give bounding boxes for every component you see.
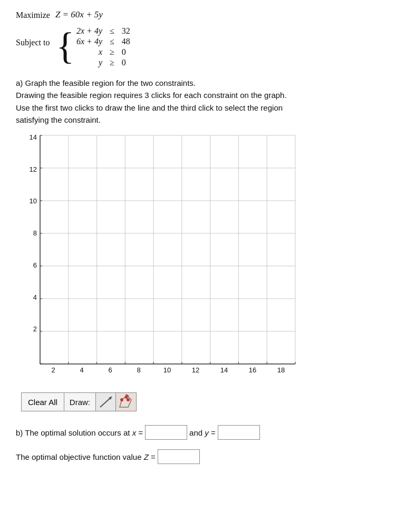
x-label-12: 12	[181, 366, 210, 374]
draw-region-icon	[117, 393, 136, 410]
constraint-4-expr: y	[76, 58, 102, 67]
graph-area[interactable]	[39, 133, 297, 365]
graph-container[interactable]: 14 12 10 8 6 4 2 0 2 4 6 8 10 12 14 16 1…	[21, 133, 301, 386]
and-label: and y =	[189, 428, 216, 437]
x-label-4: 4	[67, 366, 96, 374]
constraint-1-expr: 2x + 4y	[76, 26, 102, 36]
constraint-2-expr: 6x + 4y	[76, 37, 102, 46]
y-label-14: 14	[30, 133, 37, 141]
x-label-6: 6	[96, 366, 124, 374]
problem-header: Maximize Z = 60x + 5y	[16, 9, 390, 20]
maximize-label: Maximize	[16, 9, 50, 20]
y-label-12: 12	[30, 165, 37, 173]
constraints-bracket: { 2x + 4y ≤ 32 6x + 4y ≤ 48 x ≥ 0 y ≥ 0	[56, 24, 130, 67]
constraint-3-ineq: ≥	[110, 47, 114, 57]
x-answer-input[interactable]	[145, 425, 187, 440]
y-answer-input[interactable]	[218, 425, 260, 440]
constraint-4-ineq: ≥	[110, 58, 114, 67]
constraint-2-rhs: 48	[122, 37, 130, 46]
graph-canvas[interactable]	[39, 133, 297, 365]
constraint-1-ineq: ≤	[110, 26, 114, 36]
svg-point-4	[120, 398, 123, 401]
part-b-text: b) The optimal solution occurs at x =	[16, 428, 143, 437]
constraint-1-rhs: 32	[122, 26, 130, 36]
y-label-8: 8	[33, 229, 37, 237]
x-label-8: 8	[124, 366, 153, 374]
y-label-6: 6	[33, 261, 37, 269]
part-b-section: b) The optimal solution occurs at x = an…	[16, 425, 390, 440]
left-brace: {	[56, 24, 74, 67]
x-label-2: 2	[39, 366, 67, 374]
z-answer-input[interactable]	[158, 449, 200, 464]
draw-line-icon-box[interactable]	[96, 393, 116, 411]
x-label-14: 14	[210, 366, 238, 374]
constraint-3-expr: x	[76, 47, 102, 57]
part-c-text: The optimal objective function value Z =	[16, 452, 156, 461]
subject-to-section: Subject to { 2x + 4y ≤ 32 6x + 4y ≤ 48 x…	[16, 24, 390, 67]
instruction-line-4: satisfying the constraint.	[16, 114, 390, 126]
toolbar: Clear All Draw:	[21, 392, 390, 411]
constraint-3-rhs: 0	[122, 47, 130, 57]
instruction-line-2: Drawing the feasible region requires 3 c…	[16, 89, 390, 101]
draw-label: Draw:	[64, 392, 95, 411]
draw-region-icon-box[interactable]	[116, 393, 136, 411]
subject-to-label: Subject to	[16, 24, 50, 47]
clear-all-button[interactable]: Clear All	[21, 392, 64, 411]
draw-line-icon	[98, 395, 114, 409]
instruction-line-3: Use the first two clicks to draw the lin…	[16, 102, 390, 114]
constraint-2-ineq: ≤	[110, 37, 114, 46]
objective-function: Z = 60x + 5y	[55, 9, 103, 20]
x-label-10: 10	[153, 366, 181, 374]
svg-point-5	[127, 398, 130, 401]
draw-icons-container	[95, 392, 137, 411]
x-label-16: 16	[238, 366, 267, 374]
y-axis-labels: 14 12 10 8 6 4 2 0	[21, 133, 39, 365]
y-label-10: 10	[30, 197, 37, 205]
x-label-18: 18	[267, 366, 295, 374]
instruction-line-1: a) Graph the feasible region for the two…	[16, 77, 390, 89]
part-c-section: The optimal objective function value Z =	[16, 449, 390, 464]
x-axis-labels: 2 4 6 8 10 12 14 16 18	[39, 366, 297, 374]
constraints-table: 2x + 4y ≤ 32 6x + 4y ≤ 48 x ≥ 0 y ≥ 0	[76, 24, 130, 67]
y-label-2: 2	[33, 325, 37, 333]
y-label-4: 4	[33, 293, 37, 301]
instructions: a) Graph the feasible region for the two…	[16, 77, 390, 126]
constraint-4-rhs: 0	[122, 58, 130, 67]
